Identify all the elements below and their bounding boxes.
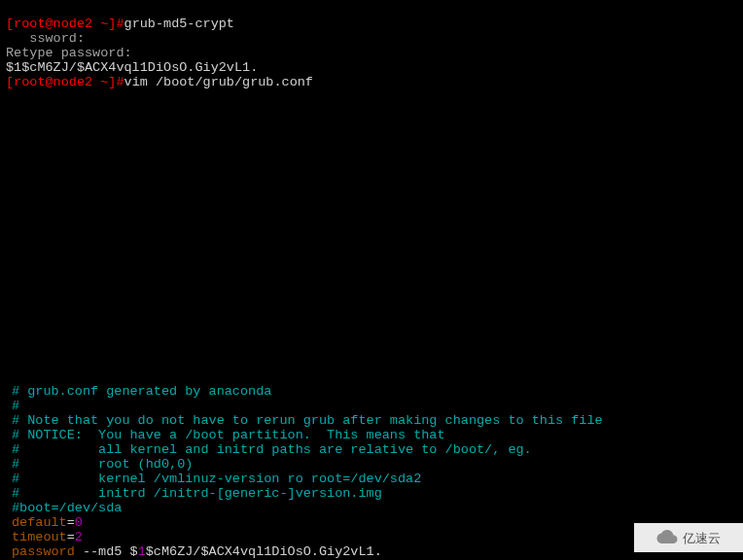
comment-line: #boot=/dev/sda [12, 501, 122, 515]
timeout-value: 2 [75, 530, 83, 544]
cloud-icon [656, 530, 678, 546]
comment-line: # kernel /vmlinuz-version ro root=/dev/s… [12, 472, 421, 486]
password-hash: $cM6ZJ/$ACX4vql1DiOsO.Giy2vL1. [146, 544, 382, 559]
password-key: password [12, 544, 75, 559]
comment-line: # initrd /initrd-[generic-]version.img [12, 486, 382, 501]
comment-line: # all kernel and initrd paths are relati… [12, 442, 532, 457]
watermark-badge: 亿速云 [634, 523, 743, 552]
comment-line: # NOTICE: You have a /boot partition. Th… [12, 428, 445, 442]
equals-sign: = [67, 515, 75, 530]
default-value: 0 [75, 515, 83, 530]
comment-line: # [12, 399, 19, 413]
shell-prompt: [root@node2 ~]# [6, 75, 124, 89]
shell-prompt: [root@node2 ~]# [6, 17, 124, 31]
default-key: default [12, 515, 67, 530]
cmd-vim-grubconf: vim /boot/grub/grub.conf [124, 75, 313, 89]
cmd-grub-md5-crypt: grub-md5-crypt [124, 17, 234, 31]
retype-password: Retype password: [6, 46, 132, 60]
comment-line: # Note that you do not have to rerun gru… [12, 413, 603, 428]
comment-line: # root (hd0,0) [12, 457, 193, 472]
md5-hash-output: $1$cM6ZJ/$ACX4vql1DiOsO.Giy2vL1. [6, 60, 258, 75]
grub-conf-content: # grub.conf generated by anaconda # # No… [6, 368, 609, 560]
terminal-header: [root@node2 ~]#grub-md5-crypt ssword: Re… [0, 0, 743, 89]
equals-sign: = [67, 530, 75, 544]
comment-line: # grub.conf generated by anaconda [12, 384, 271, 399]
password-one: 1 [138, 544, 146, 559]
ssword-line: ssword: [6, 31, 85, 46]
password-flag: --md5 $ [75, 544, 138, 559]
watermark-text: 亿速云 [683, 531, 721, 545]
timeout-key: timeout [12, 530, 67, 544]
